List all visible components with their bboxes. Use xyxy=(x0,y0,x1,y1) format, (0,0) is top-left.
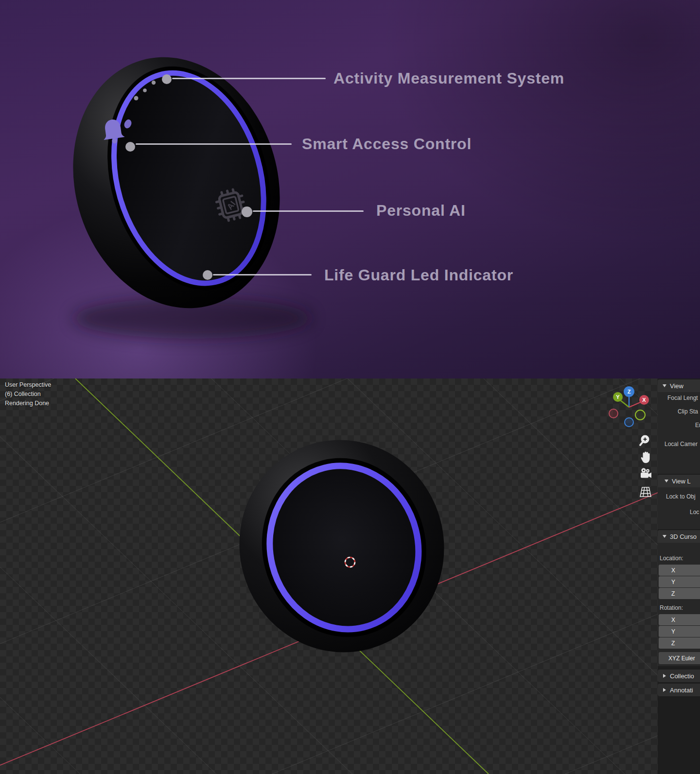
anchor-dot xyxy=(242,206,252,217)
cursor-panel: 3D Curso Location: X Y Z Rotation: X Y Z… xyxy=(658,530,700,666)
cursor-rotation-y-field[interactable]: Y xyxy=(659,626,700,637)
clip-start-label: Clip Sta xyxy=(678,408,698,415)
focal-length-label: Focal Lengt xyxy=(667,395,698,401)
collapse-triangle-icon xyxy=(663,535,666,538)
rotation-mode-dropdown[interactable]: XYZ Euler xyxy=(659,652,700,664)
anchor-dot xyxy=(203,270,212,280)
anchor-dot xyxy=(162,74,172,84)
gizmo-y-negative[interactable] xyxy=(635,410,645,420)
gizmo-z-negative[interactable] xyxy=(625,418,633,427)
field-axis-label: Z xyxy=(671,640,675,647)
hero-ring-art: AI xyxy=(0,0,700,378)
viewport-status-overlay: User Perspective (6) Collection Renderin… xyxy=(5,380,51,408)
cursor-panel-header[interactable]: 3D Curso xyxy=(658,530,700,543)
panel-title: Annotati xyxy=(670,687,693,694)
collections-panel-header[interactable]: Collectio xyxy=(658,670,700,682)
view-lock-panel-header[interactable]: View L xyxy=(658,475,700,487)
properties-sidebar: View Focal Lengt Clip Sta En Local Camer… xyxy=(658,378,700,774)
gizmo-z-label: Z xyxy=(628,389,631,395)
panel-title: Collectio xyxy=(670,672,694,680)
navigation-gizmo[interactable]: Z Y X xyxy=(600,378,658,437)
status-perspective: User Perspective xyxy=(5,380,51,390)
leader-line xyxy=(253,210,364,212)
annotations-panel-header[interactable]: Annotati xyxy=(658,684,700,696)
grid-icon[interactable] xyxy=(638,484,653,500)
callout-label: Activity Measurement System xyxy=(333,69,564,87)
panel-title: View xyxy=(670,382,683,390)
clip-end-label: En xyxy=(695,422,700,429)
collapse-triangle-icon xyxy=(663,384,666,387)
cursor-rotation-z-field[interactable]: Z xyxy=(659,637,700,649)
local-camera-label: Local Camer xyxy=(665,441,698,447)
collapse-triangle-icon xyxy=(665,480,668,482)
view-panel: View Focal Lengt Clip Sta En Local Camer xyxy=(658,379,700,474)
camera-icon[interactable] xyxy=(638,466,653,482)
location-label: Location: xyxy=(660,555,683,562)
leader-line xyxy=(213,274,312,275)
status-rendering: Rendering Done xyxy=(5,399,51,408)
view-panel-header[interactable]: View xyxy=(658,379,700,392)
leader-line xyxy=(136,143,292,145)
cursor-location-x-field[interactable]: X xyxy=(659,565,700,576)
field-axis-label: Y xyxy=(671,579,675,585)
hero-product-render: AI Activity Measurement System Smart Acc… xyxy=(0,0,700,378)
gizmo-x-label: X xyxy=(642,397,646,403)
callout-label: Personal AI xyxy=(376,202,466,220)
viewport-scene xyxy=(0,378,658,774)
3d-viewport[interactable]: User Perspective (6) Collection Renderin… xyxy=(0,378,658,774)
cursor-location-z-field[interactable]: Z xyxy=(659,588,700,599)
cursor-location-y-field[interactable]: Y xyxy=(659,576,700,587)
rotation-label: Rotation: xyxy=(660,604,683,611)
callout-label: Life Guard Led Indicator xyxy=(324,266,513,284)
pan-hand-icon[interactable] xyxy=(638,449,653,465)
leader-line xyxy=(172,78,326,79)
gizmo-y-label: Y xyxy=(616,394,620,400)
anchor-dot xyxy=(125,142,135,152)
cursor-rotation-x-field[interactable]: X xyxy=(659,614,700,625)
panel-title: View L xyxy=(672,478,691,485)
expand-triangle-icon xyxy=(663,688,666,692)
panel-title: 3D Curso xyxy=(670,533,697,540)
expand-triangle-icon xyxy=(663,674,666,678)
lock-label: Loc xyxy=(690,509,699,516)
rotation-mode-value: XYZ Euler xyxy=(668,655,695,662)
callout-label: Smart Access Control xyxy=(302,135,472,153)
status-collection: (6) Collection xyxy=(5,390,51,399)
field-axis-label: X xyxy=(671,567,675,574)
screenshot-root: AI Activity Measurement System Smart Acc… xyxy=(0,0,700,774)
zoom-icon[interactable] xyxy=(638,433,653,448)
field-axis-label: X xyxy=(671,617,675,623)
gizmo-x-negative[interactable] xyxy=(609,409,618,418)
field-axis-label: Z xyxy=(671,590,675,597)
view-lock-panel: View L Lock to Obj Loc xyxy=(658,475,700,529)
lock-to-object-label: Lock to Obj xyxy=(666,493,696,500)
field-axis-label: Y xyxy=(671,628,675,635)
